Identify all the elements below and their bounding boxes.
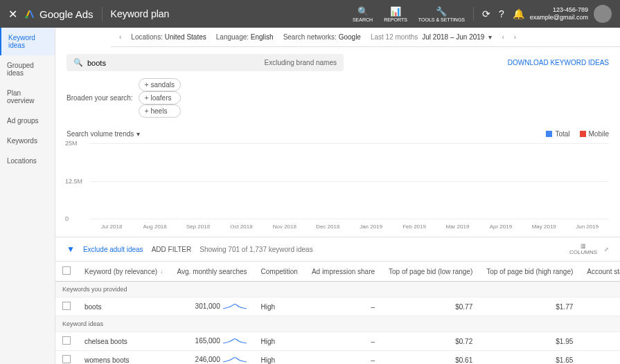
- download-button[interactable]: DOWNLOAD KEYWORD IDEAS: [508, 59, 609, 66]
- sidebar-item-locations[interactable]: Locations: [0, 151, 55, 171]
- cell-competition: High: [254, 298, 305, 316]
- cell-impression: –: [305, 351, 382, 365]
- add-filter-button[interactable]: ADD FILTER: [152, 246, 192, 253]
- account-email: example@gmail.com: [530, 14, 588, 21]
- back-icon[interactable]: ‹: [119, 33, 121, 41]
- filter-bar: ▼ Exclude adult ideas ADD FILTER Showing…: [55, 237, 620, 262]
- cell-searches: 165,000: [170, 332, 254, 351]
- page-title: Keyword plan: [111, 8, 170, 19]
- cell-keyword: chelsea boots: [78, 332, 170, 351]
- x-tick: Apr 2019: [487, 224, 515, 230]
- x-tick: Feb 2019: [400, 224, 428, 230]
- broaden-label: Broaden your search:: [67, 94, 133, 102]
- keyword-table: Keyword (by relevance)↓ Avg. monthly sea…: [55, 262, 620, 364]
- targeting-bar: ‹ Locations: United States Language: Eng…: [111, 28, 620, 47]
- x-tick: Jul 2018: [98, 224, 125, 230]
- cell-low-bid: $0.61: [382, 351, 479, 365]
- notifications-icon[interactable]: 🔔: [513, 8, 524, 19]
- x-tick: Nov 2018: [271, 224, 299, 230]
- search-icon: 🔍: [73, 58, 83, 67]
- col-competition[interactable]: Competition: [254, 262, 305, 282]
- sidebar-item-plan-overview[interactable]: Plan overview: [0, 83, 55, 111]
- language-value[interactable]: English: [251, 33, 274, 41]
- row-checkbox[interactable]: [62, 355, 71, 363]
- col-searches[interactable]: Avg. monthly searches: [170, 262, 254, 282]
- broaden-chip-heels[interactable]: heels: [139, 104, 181, 118]
- account-info[interactable]: 123-456-789 example@gmail.com: [530, 6, 588, 21]
- col-high-bid[interactable]: Top of page bid (high range): [479, 262, 580, 282]
- location-value[interactable]: United States: [165, 33, 206, 41]
- row-checkbox[interactable]: [62, 336, 71, 345]
- svg-point-0: [25, 16, 28, 19]
- chevron-down-icon: ▾: [488, 33, 492, 41]
- select-all-checkbox[interactable]: [62, 266, 71, 275]
- col-impression[interactable]: Ad impression share: [305, 262, 382, 282]
- sidebar-item-grouped-ideas[interactable]: Grouped ideas: [0, 55, 55, 83]
- cell-high-bid: $1.95: [479, 332, 580, 351]
- search-field[interactable]: [87, 59, 264, 67]
- col-keyword[interactable]: Keyword (by relevance): [85, 268, 157, 275]
- cell-keyword: boots: [78, 298, 170, 316]
- cell-high-bid: $1.65: [479, 351, 580, 365]
- prev-period-icon[interactable]: ‹: [502, 33, 504, 41]
- sidebar: Keyword ideasGrouped ideasPlan overviewA…: [0, 28, 55, 364]
- x-tick: Mar 2019: [443, 224, 471, 230]
- refresh-icon[interactable]: ⟳: [482, 8, 490, 19]
- cell-impression: –: [305, 298, 382, 316]
- exclude-adult-link[interactable]: Exclude adult ideas: [83, 246, 143, 253]
- networks-value[interactable]: Google: [339, 33, 361, 41]
- date-range-picker[interactable]: Last 12 months Jul 2018 – Jun 2019 ▾: [371, 33, 492, 41]
- account-id: 123-456-789: [530, 6, 588, 14]
- cell-competition: High: [254, 332, 305, 351]
- col-low-bid[interactable]: Top of page bid (low range): [382, 262, 479, 282]
- help-icon[interactable]: ?: [499, 8, 504, 19]
- cell-low-bid: $0.77: [382, 298, 479, 316]
- x-tick: Jun 2019: [574, 224, 601, 230]
- keyword-search-input[interactable]: 🔍 Excluding brand names: [67, 54, 344, 71]
- chart-title: Search volume trends: [67, 130, 134, 138]
- x-tick: May 2019: [530, 224, 558, 230]
- x-tick: Aug 2018: [141, 224, 169, 230]
- chart-legend: Total Mobile: [546, 130, 609, 138]
- table-row[interactable]: boots301,000 High–$0.77$1.77: [55, 298, 620, 316]
- volume-chart: 012.5M25M: [90, 143, 609, 219]
- table-row[interactable]: womens boots246,000 High–$0.61$1.65: [55, 351, 620, 365]
- header-tools: 🔍SEARCH📊REPORTS🔧TOOLS & SETTINGS: [353, 6, 465, 22]
- avatar[interactable]: [594, 5, 612, 23]
- tool-tools-settings[interactable]: 🔧TOOLS & SETTINGS: [418, 6, 465, 22]
- chart-title-row[interactable]: Search volume trends ▾ Total Mobile: [55, 125, 620, 140]
- chevron-down-icon: ▾: [136, 130, 140, 138]
- main-content: ‹ Locations: United States Language: Eng…: [55, 28, 620, 364]
- cell-searches: 246,000: [170, 351, 254, 365]
- close-icon[interactable]: ✕: [8, 8, 17, 21]
- sidebar-item-keywords[interactable]: Keywords: [0, 131, 55, 151]
- section-ideas: Keyword ideas: [55, 316, 620, 332]
- broaden-search: Broaden your search: sandals loafers hee…: [55, 78, 620, 125]
- columns-icon[interactable]: ▥COLUMNS: [569, 243, 597, 255]
- cell-high-bid: $1.77: [479, 298, 580, 316]
- next-period-icon[interactable]: ›: [514, 33, 516, 41]
- filter-icon[interactable]: ▼: [67, 244, 75, 254]
- x-tick: Dec 2018: [314, 224, 342, 230]
- cell-low-bid: $0.72: [382, 332, 479, 351]
- results-count: Showing 701 of 1,737 keyword ideas: [200, 246, 312, 253]
- sidebar-item-ad-groups[interactable]: Ad groups: [0, 111, 55, 131]
- table-row[interactable]: chelsea boots165,000 High–$0.72$1.95: [55, 332, 620, 351]
- cell-keyword: womens boots: [78, 351, 170, 365]
- broaden-chip-sandals[interactable]: sandals: [139, 78, 181, 91]
- expand-icon[interactable]: ⤢: [604, 246, 609, 253]
- cell-impression: –: [305, 332, 382, 351]
- excluding-label[interactable]: Excluding brand names: [264, 59, 337, 66]
- product-logo[interactable]: Google Ads: [24, 8, 94, 20]
- app-header: ✕ Google Ads Keyword plan 🔍SEARCH📊REPORT…: [0, 0, 620, 28]
- sidebar-item-keyword-ideas[interactable]: Keyword ideas: [0, 28, 55, 55]
- tool-search[interactable]: 🔍SEARCH: [353, 6, 373, 22]
- cell-searches: 301,000: [170, 298, 254, 316]
- col-status[interactable]: Account status: [580, 262, 620, 282]
- x-tick: Oct 2018: [227, 224, 255, 230]
- broaden-chip-loafers[interactable]: loafers: [139, 91, 181, 104]
- product-name: Google Ads: [39, 8, 94, 20]
- cell-competition: High: [254, 351, 305, 365]
- row-checkbox[interactable]: [62, 302, 71, 310]
- tool-reports[interactable]: 📊REPORTS: [384, 6, 407, 22]
